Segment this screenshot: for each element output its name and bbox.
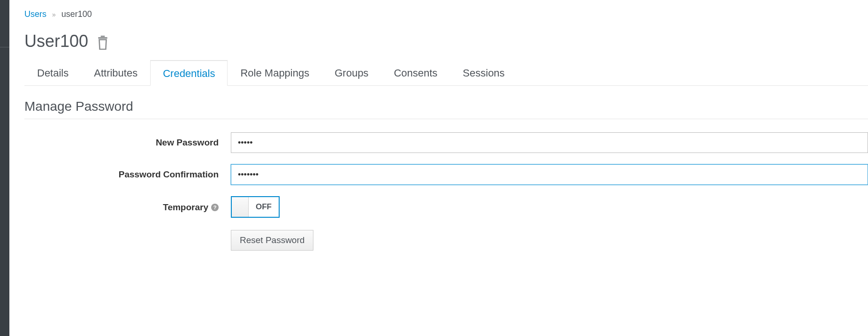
- tab-credentials[interactable]: Credentials: [150, 60, 228, 86]
- page-title: User100: [24, 31, 868, 51]
- row-reset-button: Reset Password: [24, 230, 868, 251]
- svg-rect-0: [101, 36, 105, 37]
- row-password-confirmation: Password Confirmation: [24, 164, 868, 185]
- sidebar-sliver: [0, 0, 9, 336]
- password-confirmation-input[interactable]: [231, 164, 868, 185]
- reset-password-button[interactable]: Reset Password: [231, 230, 313, 251]
- breadcrumb-separator-icon: »: [52, 11, 56, 18]
- breadcrumb-root-link[interactable]: Users: [24, 9, 46, 19]
- temporary-toggle[interactable]: OFF: [231, 196, 280, 218]
- new-password-label: New Password: [24, 137, 231, 148]
- row-new-password: New Password: [24, 132, 868, 153]
- trash-icon[interactable]: [97, 34, 109, 48]
- page-title-text: User100: [24, 31, 88, 51]
- tab-role-mappings[interactable]: Role Mappings: [228, 60, 322, 86]
- tab-groups[interactable]: Groups: [322, 60, 381, 86]
- main-content: Users » user100 User100 Details Attribut…: [9, 0, 868, 336]
- toggle-knob: [232, 197, 249, 217]
- tabs: Details Attributes Credentials Role Mapp…: [24, 60, 868, 86]
- breadcrumb: Users » user100: [24, 9, 868, 19]
- breadcrumb-current: user100: [61, 9, 92, 19]
- password-confirmation-label: Password Confirmation: [24, 169, 231, 180]
- tab-details[interactable]: Details: [24, 60, 81, 86]
- tab-consents[interactable]: Consents: [381, 60, 450, 86]
- section-title: Manage Password: [24, 99, 868, 119]
- new-password-input[interactable]: [231, 132, 868, 153]
- tab-attributes[interactable]: Attributes: [81, 60, 150, 86]
- temporary-label: Temporary: [163, 202, 208, 213]
- row-temporary: Temporary ? OFF: [24, 196, 868, 219]
- help-icon[interactable]: ?: [211, 204, 219, 211]
- toggle-state-label: OFF: [249, 197, 279, 217]
- tab-sessions[interactable]: Sessions: [450, 60, 517, 86]
- svg-rect-1: [98, 37, 107, 38]
